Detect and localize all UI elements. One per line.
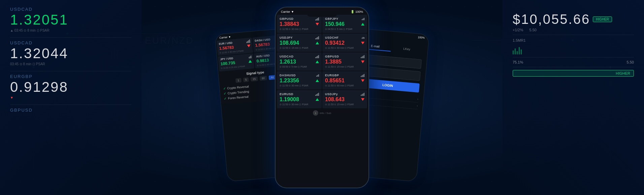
left-ticker-4: GBPUSD (10, 108, 131, 113)
down-icon-eurgbp (361, 79, 364, 82)
higher-badge: HIGHER (593, 16, 612, 22)
arrow-down-indicator: ▼ (10, 96, 13, 100)
meta-gbpusd-2: ⊙ 11:53 ⊙ 15 min ⟨⟩ PSAR (325, 66, 364, 68)
main-battery: 🔋 100% (351, 10, 363, 13)
left-card-jpyusd: JPY / USD 100.735 ⊙ 11:53 ⊙ 15 min ⟨⟩ PS… (218, 53, 255, 72)
sig-bar-usdjpy-2 (361, 93, 364, 96)
tab-lkey[interactable]: LKey (391, 44, 423, 54)
left-price-2: 1.32044 (10, 45, 131, 62)
right-battery: 100% (418, 36, 425, 39)
left-divider-3 (10, 105, 131, 105)
left-pair-4: GBPUSD (10, 108, 131, 113)
card-eurgbp: EURGBP 0.85651 ⊙ 11:53 ⊙ 60 min ⟨⟩ PSAR (322, 71, 367, 89)
card-usdchf: USDCHF 0.93412 ⊙ 11:53 ⊙ 60 min ⟨⟩ PSAR (322, 34, 367, 52)
price-usdjpy: 108.694 (280, 40, 319, 46)
left-ticker-3: EURGBP (10, 74, 131, 79)
signal-bar-1 (246, 39, 250, 43)
left-ticker-2: USDCAD (10, 40, 131, 45)
arrow-up-icon (248, 60, 252, 63)
pair-gbpusd: GBPUSD (280, 17, 294, 21)
left-pair-3: EURGBP 0.91298 ▼ (10, 74, 131, 100)
sig-bar-gbpusd (315, 17, 319, 21)
down-icon-gbpusd-2 (361, 61, 364, 63)
left-pair-aususd: AUS / USD (256, 54, 270, 58)
price-eurusd: 1.19008 (280, 96, 319, 103)
main-trading-grid: GBPUSD 1.38843 ⊙ 11:53 ⊙ 30 min ⟨⟩ PSAR … (276, 15, 368, 108)
main-carrier: Carrier ▼ (281, 10, 294, 13)
meta-gbpjpy: ⊙ 04:53 ⊙ 5 min ⟨⟩ PSAR (325, 28, 364, 31)
card-usdjpy: USDJPY 108.694 ⊙ 11:53 ⊙ 15 min ⟨⟩ PSAR (277, 34, 322, 52)
left-price-3: 0.91298 (10, 79, 131, 95)
left-divider-2 (10, 71, 131, 71)
sig-bar-usdchf (362, 37, 364, 39)
signal-bar-3 (249, 55, 252, 58)
phone-notch (307, 10, 337, 17)
down-icon-gbpusd (316, 23, 319, 26)
up-icon-usdcad (316, 61, 319, 63)
left-meta-3: ▼ (10, 96, 131, 100)
left-meta-1: ▲ 03:45 ⊙ 8 min ⟨⟩ PSAR (10, 29, 131, 32)
down-icon-usdchf (361, 42, 364, 44)
page-1-btn[interactable]: 1 (313, 110, 318, 116)
meta-dashusd: ⊙ 11:53 ⊙ 30 min ⟨⟩ PSAR (280, 84, 319, 87)
pagination: 1 Info / Sub (276, 108, 368, 118)
tab-60[interactable]: 60 (260, 76, 267, 81)
meta-eurgbp: ⊙ 11:53 ⊙ 60 min ⟨⟩ PSAR (325, 84, 364, 87)
up-icon-gbpjpy (361, 23, 364, 26)
tab-1[interactable]: 1 (235, 78, 242, 83)
check-icon-2: ✓ (223, 91, 226, 95)
down-icon-usdjpy-2 (361, 98, 364, 101)
meta-usdcad: ⊙ 03:53 ⊙ 5 min ⟨⟩ PSAR (280, 66, 319, 68)
pair-usdcad: USDCAD (280, 55, 294, 58)
pair-usdjpy: USDJPY (280, 36, 293, 39)
left-pair-1: USDCAD 1.32051 ▲ 03:45 ⊙ 8 min ⟨⟩ PSAR (10, 7, 131, 32)
price-gbpusd-2: 1.3885 (325, 59, 364, 65)
phone-main: Carrier ▼ 🔋 100% GBPUSD 1.38843 ⊙ 11:53 … (275, 7, 369, 188)
right-sub-1: +1/2% 5.50 (513, 28, 634, 32)
right-chart (513, 44, 634, 54)
pair-gbpusd-2: GBPUSD (325, 55, 339, 58)
right-main-price-row: $10,055.66 HIGHER (513, 12, 634, 27)
pair-eurusd: EURUSD (280, 92, 293, 96)
left-pair-2: USDCAD 1.32044 03:45 ⊙ 8 min ⟨⟩ PSAR (10, 40, 131, 66)
arrow-down-icon (247, 44, 251, 47)
card-usdcad: USDCAD 1.2613 ⊙ 03:53 ⊙ 5 min ⟨⟩ PSAR (277, 52, 322, 71)
price-gbpjpy: 150.946 (325, 21, 364, 27)
sig-bar-gbpusd-2 (361, 55, 364, 58)
meta-usdjpy-2: ⊙ 11:53 ⊙ 15 min ⟨⟩ PSAR (325, 103, 364, 106)
sig-bar-usdjpy (315, 36, 319, 39)
tab-5[interactable]: 5 (243, 77, 249, 82)
card-dashusd: DASHUSD 1.23356 ⊙ 11:53 ⊙ 30 min ⟨⟩ PSAR (277, 71, 322, 89)
svg-text:EUR/NZD: EUR/NZD (145, 35, 194, 46)
price-usdcad: 1.2613 (280, 59, 319, 65)
tab-15[interactable]: 15 (251, 77, 258, 82)
right-main-price: $10,055.66 (513, 12, 590, 27)
meta-eurusd: ⊙ 11:53 ⊙ 30 min ⟨⟩ PSAR (280, 103, 319, 106)
arrow-up-indicator: ▲ (10, 29, 13, 32)
meta-usdjpy: ⊙ 11:53 ⊙ 15 min ⟨⟩ PSAR (280, 47, 319, 49)
sig-bar-eurgbp (361, 74, 364, 77)
card-eurusd: EURUSD 1.19008 ⊙ 11:53 ⊙ 30 min ⟨⟩ PSAR (277, 90, 322, 108)
check-icon: ✓ (223, 86, 226, 90)
card-gbpjpy: GBPJPY 150.946 ⊙ 04:53 ⊙ 5 min ⟨⟩ PSAR (322, 15, 367, 33)
sig-bar-eurusd (315, 93, 319, 96)
price-usdchf: 0.93412 (325, 40, 364, 46)
price-dashusd: 1.23356 (280, 78, 319, 84)
pair-eurgbp: EURGBP (325, 74, 339, 77)
meta-gbpusd: ⊙ 11:53 ⊙ 30 min ⟨⟩ PSAR (280, 28, 319, 31)
up-icon-usdjpy (316, 42, 319, 44)
card-usdjpy-2: USDJPy 108.643 ⊙ 11:53 ⊙ 15 min ⟨⟩ PSAR (322, 90, 367, 108)
higher-label: HIGHER (513, 70, 634, 77)
sig-bar-usdcad (315, 55, 319, 58)
price-eurgbp: 0.85651 (325, 78, 364, 84)
phones-container: Carrier ▼ ● 4:15 EUR / USD 1.56783 ⊙ 11:… (204, 0, 440, 195)
price-usdjpy-2: 108.643 (325, 96, 364, 103)
left-panel: USDCAD 1.32051 ▲ 03:45 ⊙ 8 min ⟨⟩ PSAR U… (0, 0, 141, 195)
meta-usdchf: ⊙ 11:53 ⊙ 60 min ⟨⟩ PSAR (325, 47, 364, 49)
left-pair-eurusd: EUR / USD (219, 41, 232, 45)
pair-dashusd: DASHUSD (280, 74, 296, 77)
up-icon-eurusd (316, 98, 319, 101)
check-icon-3: ✓ (224, 96, 227, 101)
left-ticker-1: USDCAD (10, 7, 131, 12)
left-card-eurusd: EUR / USD 1.56783 ⊙ 11:53 ⊙ 30 min ⟨⟩ PS… (217, 38, 253, 56)
